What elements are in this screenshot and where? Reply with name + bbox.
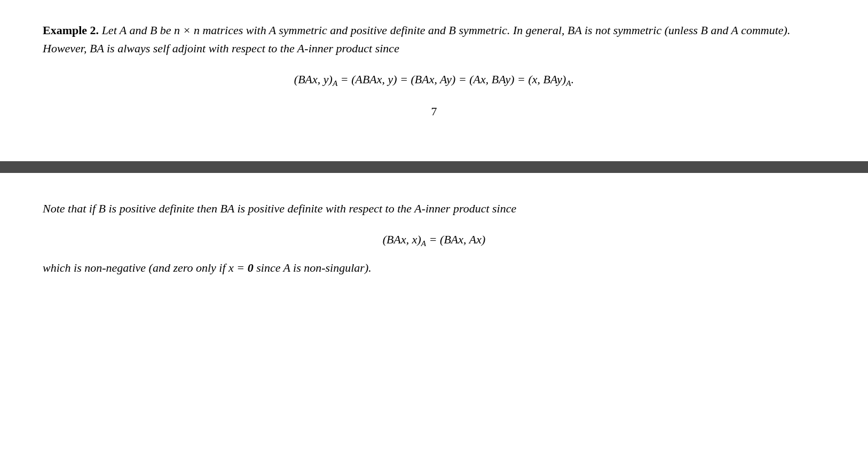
- page-number: 7: [43, 105, 825, 118]
- page-bottom-section: Note that if B is positive definite then…: [0, 173, 868, 299]
- example-paragraph: Example 2. Let A and B be n × n matrices…: [43, 21, 822, 58]
- equation-2: (BAx, x)A = (BAx, Ax): [43, 233, 825, 248]
- page-top-section: Example 2. Let A and B be n × n matrices…: [0, 0, 868, 145]
- page-divider-bar: [0, 161, 868, 173]
- note-paragraph: Note that if B is positive definite then…: [43, 200, 822, 218]
- example-text-body: Let A and B be n × n matrices with A sym…: [43, 23, 790, 55]
- example-label: Example 2.: [43, 23, 99, 37]
- equation-1: (BAx, y)A = (ABAx, y) = (BAx, Ay) = (Ax,…: [43, 73, 825, 88]
- which-text: which is non-negative (and zero only if …: [43, 259, 822, 277]
